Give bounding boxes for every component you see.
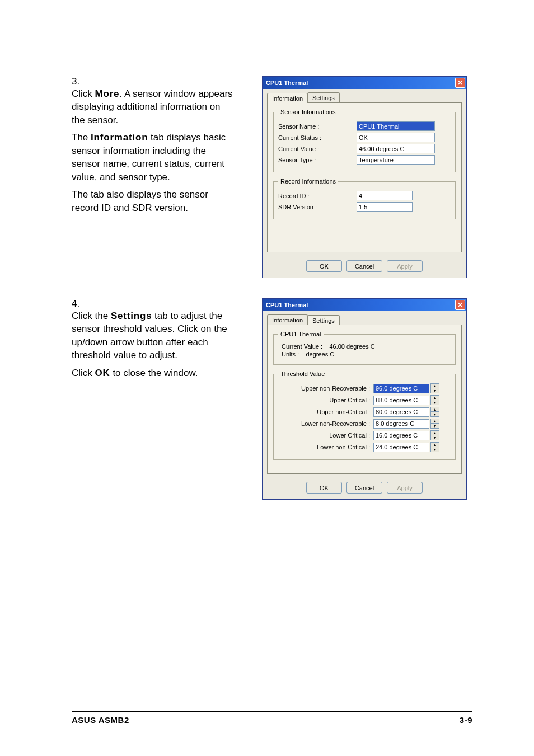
chevron-down-icon: ▼ bbox=[431, 412, 439, 416]
threshold-group: Threshold Value Upper non-Recoverable : … bbox=[273, 370, 456, 460]
field-lnc[interactable]: 24.0 degrees C bbox=[373, 443, 429, 452]
settings-dialog: CPU1 Thermal ✕ Information Settings CPU1… bbox=[262, 298, 467, 500]
info-dialog-title: CPU1 Thermal bbox=[266, 79, 308, 86]
field-uc[interactable]: 88.0 degrees C bbox=[373, 396, 429, 405]
spinner-lnc[interactable]: ▲▼ bbox=[430, 442, 439, 452]
field-unc[interactable]: 80.0 degrees C bbox=[373, 407, 429, 417]
bold-settings: Settings bbox=[111, 311, 152, 321]
chevron-up-icon: ▲ bbox=[431, 419, 439, 424]
label-current-value: Current Value : bbox=[278, 145, 357, 152]
field-sensor-type[interactable]: Temperature bbox=[357, 155, 435, 165]
step-4-text: 4. Click the Settings tab to adjust the … bbox=[72, 298, 262, 384]
field-record-id[interactable]: 4 bbox=[357, 191, 413, 200]
footer-right: 3-9 bbox=[460, 715, 472, 725]
apply-button: Apply bbox=[387, 260, 423, 272]
chevron-up-icon: ▲ bbox=[431, 407, 439, 412]
step-3-number: 3. bbox=[72, 76, 94, 87]
record-info-group: Record Informations Record ID : 4 SDR Ve… bbox=[273, 178, 456, 219]
bold-information: Information bbox=[91, 132, 148, 143]
label-current-status: Current Status : bbox=[278, 134, 357, 141]
field-current-status[interactable]: OK bbox=[357, 133, 435, 142]
apply-button: Apply bbox=[387, 482, 423, 494]
chevron-up-icon: ▲ bbox=[431, 443, 439, 447]
label-record-id: Record ID : bbox=[278, 192, 357, 199]
chevron-down-icon: ▼ bbox=[431, 435, 439, 440]
footer-left: ASUS ASMB2 bbox=[72, 715, 129, 725]
tab-settings[interactable]: Settings bbox=[307, 315, 340, 325]
settings-dialog-titlebar[interactable]: CPU1 Thermal ✕ bbox=[263, 299, 466, 311]
label-sdr-version: SDR Version : bbox=[278, 204, 357, 210]
cancel-button[interactable]: Cancel bbox=[346, 482, 382, 494]
ok-button[interactable]: OK bbox=[306, 482, 342, 494]
spinner-unr[interactable]: ▲▼ bbox=[430, 383, 439, 393]
label-unc: Upper non-Critical : bbox=[278, 408, 373, 415]
label-lnr: Lower non-Recoverable : bbox=[278, 420, 373, 427]
step-4-number: 4. bbox=[72, 298, 94, 309]
field-sensor-name[interactable]: CPU1 Thermal bbox=[357, 121, 435, 131]
sensor-info-group: Sensor Informations Sensor Name : CPU1 T… bbox=[273, 109, 456, 172]
field-current-value[interactable]: 46.00 degrees C bbox=[357, 144, 435, 153]
chevron-up-icon: ▲ bbox=[431, 384, 439, 388]
label-sensor-name: Sensor Name : bbox=[278, 123, 357, 130]
tab-information[interactable]: Information bbox=[267, 93, 308, 103]
chevron-down-icon: ▼ bbox=[431, 447, 439, 452]
bold-more: More bbox=[95, 88, 120, 99]
bold-ok: OK bbox=[95, 368, 110, 378]
label-unr: Upper non-Recoverable : bbox=[278, 385, 373, 392]
chevron-up-icon: ▲ bbox=[431, 431, 439, 435]
tab-settings[interactable]: Settings bbox=[307, 92, 340, 102]
field-lnr[interactable]: 8.0 degrees C bbox=[373, 419, 429, 429]
value-cv: 46.00 degrees C bbox=[329, 343, 374, 350]
close-icon[interactable]: ✕ bbox=[455, 300, 465, 310]
label-lc: Lower Critical : bbox=[278, 432, 373, 439]
field-lc[interactable]: 16.0 degrees C bbox=[373, 431, 429, 440]
label-lnc: Lower non-Critical : bbox=[278, 444, 373, 450]
info-dialog-titlebar[interactable]: CPU1 Thermal ✕ bbox=[263, 77, 466, 89]
current-group: CPU1 Thermal Current Value : 46.00 degre… bbox=[273, 331, 456, 365]
step-3-text: 3. Click More. A sensor window appears d… bbox=[72, 76, 262, 219]
label-uc: Upper Critical : bbox=[278, 397, 373, 403]
close-icon[interactable]: ✕ bbox=[455, 78, 465, 88]
page-footer: ASUS ASMB2 3-9 bbox=[72, 711, 472, 725]
info-dialog: CPU1 Thermal ✕ Information Settings Sens… bbox=[262, 76, 467, 278]
ok-button[interactable]: OK bbox=[306, 260, 342, 272]
chevron-down-icon: ▼ bbox=[431, 388, 439, 393]
chevron-down-icon: ▼ bbox=[431, 424, 439, 428]
spinner-uc[interactable]: ▲▼ bbox=[430, 395, 439, 405]
chevron-up-icon: ▲ bbox=[431, 396, 439, 400]
tab-information[interactable]: Information bbox=[267, 314, 308, 325]
spinner-unc[interactable]: ▲▼ bbox=[430, 407, 439, 417]
value-units: degrees C bbox=[306, 351, 334, 358]
chevron-down-icon: ▼ bbox=[431, 400, 439, 405]
settings-dialog-title: CPU1 Thermal bbox=[266, 302, 308, 308]
label-cv: Current Value : bbox=[282, 343, 322, 350]
spinner-lc[interactable]: ▲▼ bbox=[430, 430, 439, 440]
label-units: Units : bbox=[282, 351, 299, 358]
field-sdr-version[interactable]: 1.5 bbox=[357, 202, 413, 212]
cancel-button[interactable]: Cancel bbox=[346, 260, 382, 272]
field-unr[interactable]: 96.0 degrees C bbox=[373, 384, 429, 393]
spinner-lnr[interactable]: ▲▼ bbox=[430, 419, 439, 429]
label-sensor-type: Sensor Type : bbox=[278, 157, 357, 163]
